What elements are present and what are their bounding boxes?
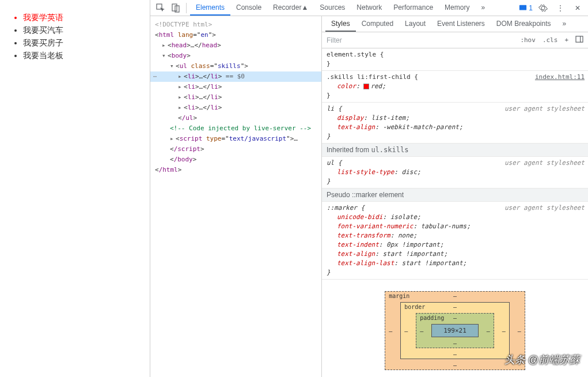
tab-elements[interactable]: Elements (190, 0, 230, 16)
list-item: 我要买汽车 (23, 24, 138, 36)
styles-rules[interactable]: element.style {} index.html:11 .skills l… (322, 48, 588, 377)
new-rule-icon[interactable]: + (561, 36, 572, 44)
list-item: 我要当老板 (23, 50, 138, 62)
rule-skills-first-child[interactable]: index.html:11 .skills li:first-child { c… (322, 71, 588, 103)
tab-recorder[interactable]: Recorder ▲ (267, 0, 314, 16)
styles-panel: Styles Computed Layout Event Listeners D… (322, 16, 588, 377)
close-icon[interactable]: ✕ (571, 1, 585, 15)
svg-rect-3 (519, 5, 526, 10)
pseudo-header: Pseudo ::marker element (322, 188, 588, 202)
rule-ul-ua[interactable]: user agent stylesheet ul { list-style-ty… (322, 157, 588, 188)
toggle-rendering-icon[interactable] (572, 36, 587, 44)
tab-console[interactable]: Console (230, 0, 267, 16)
styles-filter-bar: :hov .cls + (322, 32, 588, 48)
tab-dom-breakpoints[interactable]: DOM Breakpoints (491, 16, 557, 32)
webpage-viewport: 我要学英语 我要买汽车 我要买房子 我要当老板 (0, 0, 150, 377)
elements-tree[interactable]: <!DOCTYPE html> <html lang="en"> ▸<head>… (150, 16, 322, 377)
list-item: 我要学英语 (23, 12, 138, 24)
svg-rect-4 (576, 36, 583, 42)
rule-element-style[interactable]: element.style {} (322, 48, 588, 71)
dom-line[interactable]: ▸<head>…</head> (150, 40, 321, 51)
box-margin: margin –––– border –––– padding –––– 199… (385, 291, 525, 370)
cls-toggle[interactable]: .cls (539, 36, 562, 44)
hov-toggle[interactable]: :hov (517, 36, 539, 44)
tab-event-listeners[interactable]: Event Listeners (431, 16, 491, 32)
dom-line[interactable]: </script> (150, 144, 321, 154)
tab-styles[interactable]: Styles (325, 16, 356, 32)
dom-line[interactable]: ▾<ul class="skills"> (150, 61, 321, 71)
devtools-toolbar: Elements Console Recorder ▲ Sources Netw… (150, 0, 588, 16)
more-tabs-icon[interactable]: » (475, 0, 491, 16)
device-toggle-icon[interactable] (169, 1, 183, 15)
dom-line[interactable]: ▸<li>…</li> (150, 103, 321, 113)
devtools-panel: Elements Console Recorder ▲ Sources Netw… (150, 0, 588, 377)
inherited-header: Inherited from ul.skills (322, 144, 588, 157)
gear-icon[interactable] (536, 1, 550, 15)
dom-line[interactable]: <!DOCTYPE html> (150, 20, 321, 30)
color-swatch[interactable] (363, 84, 369, 89)
dom-line-selected[interactable]: ⋯▸<li>…</li> == $0 (150, 71, 321, 82)
dom-line[interactable]: </body> (150, 154, 321, 165)
dom-line[interactable]: ▾<body> (150, 51, 321, 61)
dom-line[interactable]: <html lang="en"> (150, 30, 321, 40)
rule-marker-ua[interactable]: user agent stylesheet ::marker { unicode… (322, 202, 588, 280)
styles-filter-input[interactable] (323, 32, 517, 48)
list-item: 我要买房子 (23, 37, 138, 49)
dom-line[interactable]: <!-- Code injected by live-server --> (150, 123, 321, 134)
svg-rect-1 (172, 4, 177, 11)
tab-performance[interactable]: Performance (388, 0, 439, 16)
devtools-main-tabs: Elements Console Recorder ▲ Sources Netw… (190, 0, 518, 16)
more-tabs-icon[interactable]: » (557, 16, 572, 32)
box-content: 199×21 (431, 324, 479, 337)
source-link[interactable]: index.html:11 (535, 73, 585, 82)
dom-line[interactable]: ▸<li>…</li> (150, 82, 321, 92)
dom-line[interactable]: ▸<li>…</li> (150, 92, 321, 103)
skills-list: 我要学英语 我要买汽车 我要买房子 我要当老板 (23, 12, 138, 62)
tab-network[interactable]: Network (351, 0, 388, 16)
box-model-diagram[interactable]: margin –––– border –––– padding –––– 199… (322, 280, 588, 377)
dom-line[interactable]: </ul> (150, 113, 321, 123)
dom-line[interactable]: </html> (150, 165, 321, 175)
box-border: border –––– padding –––– 199×21 (400, 302, 510, 359)
tab-memory[interactable]: Memory (439, 0, 475, 16)
box-padding: padding –––– 199×21 (416, 313, 494, 348)
tab-computed[interactable]: Computed (356, 16, 399, 32)
tab-sources[interactable]: Sources (314, 0, 351, 16)
dom-line[interactable]: ▸<script type="text/javascript">… (150, 134, 321, 144)
kebab-icon[interactable]: ⋮ (553, 1, 567, 15)
issues-badge[interactable]: 1 (519, 4, 533, 12)
devtools-toolbar-right: 1 ⋮ ✕ (519, 1, 585, 15)
styles-tabs: Styles Computed Layout Event Listeners D… (322, 16, 588, 32)
tab-layout[interactable]: Layout (399, 16, 431, 32)
separator (186, 3, 187, 13)
inspect-icon[interactable] (154, 1, 168, 15)
rule-li-ua[interactable]: user agent stylesheet li { display: list… (322, 103, 588, 144)
